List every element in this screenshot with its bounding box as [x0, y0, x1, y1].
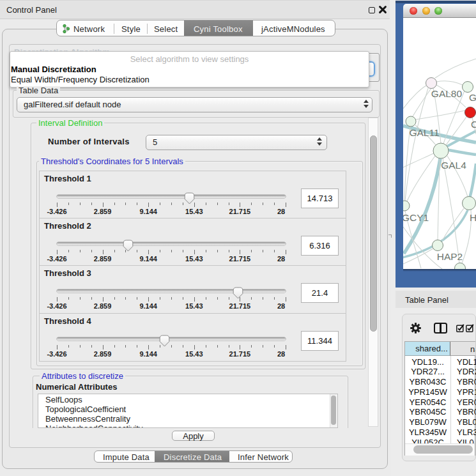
svg-text:GAL4: GAL4	[441, 160, 466, 171]
svg-text:H: H	[470, 212, 476, 223]
svg-text:HAP2: HAP2	[437, 251, 463, 262]
svg-text:GAL11: GAL11	[409, 127, 439, 138]
svg-text:C: C	[471, 119, 476, 130]
svg-text:GAL80: GAL80	[431, 88, 463, 99]
svg-text:GA: GA	[469, 92, 476, 103]
svg-text:GCY1: GCY1	[403, 212, 429, 223]
